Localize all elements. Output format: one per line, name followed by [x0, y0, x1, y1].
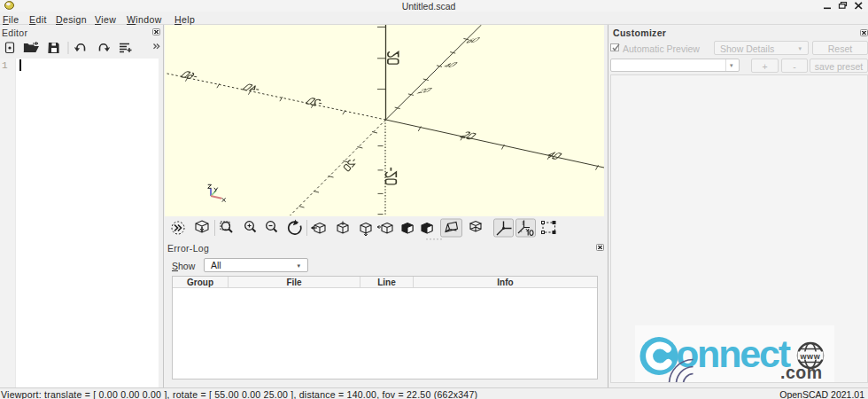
svg-text:onnect: onnect — [676, 332, 791, 375]
svg-text:www: www — [800, 352, 821, 361]
svg-text:.com: .com — [780, 363, 823, 382]
